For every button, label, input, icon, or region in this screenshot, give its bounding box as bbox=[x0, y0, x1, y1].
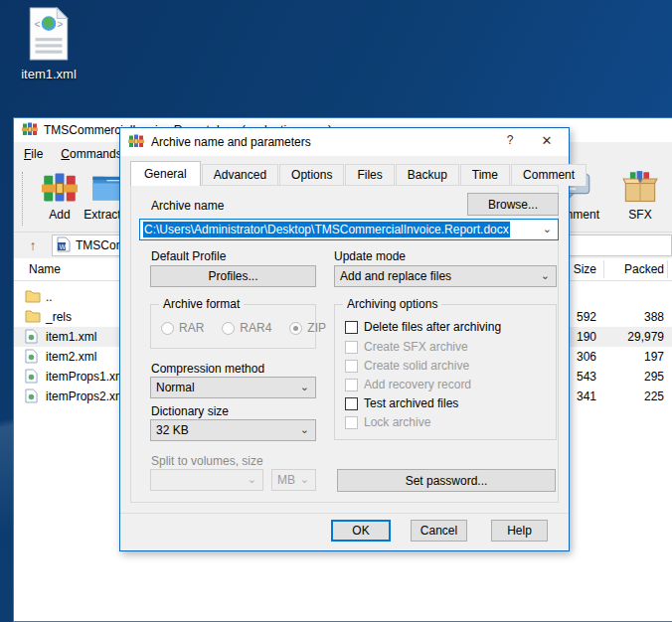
chevron-down-icon: ⌄ bbox=[300, 381, 309, 393]
menu-file[interactable]: File bbox=[24, 147, 43, 161]
winrar-dialog-icon bbox=[128, 133, 144, 152]
dialog-title: Archive name and parameters bbox=[151, 135, 311, 149]
xml-file-icon bbox=[25, 389, 38, 406]
checkbox-test-archived[interactable]: Test archived files bbox=[345, 394, 458, 412]
tab-advanced[interactable]: Advanced bbox=[202, 164, 278, 186]
tab-options[interactable]: Options bbox=[279, 164, 344, 186]
checkbox-add-recovery: Add recovery record bbox=[345, 376, 471, 393]
checkbox-icon bbox=[345, 416, 358, 429]
toolbar-grip bbox=[22, 172, 23, 226]
winrar-app-icon bbox=[22, 121, 38, 140]
add-archive-icon bbox=[34, 170, 85, 206]
svg-text:>: > bbox=[57, 19, 63, 30]
xml-file-icon: < > bbox=[24, 51, 74, 65]
svg-text:<: < bbox=[34, 19, 40, 30]
checkbox-lock-archive: Lock archive bbox=[345, 413, 430, 431]
checkbox-create-solid: Create solid archive bbox=[345, 357, 469, 375]
set-password-button[interactable]: Set password... bbox=[337, 469, 556, 492]
radio-zip[interactable]: ZIP bbox=[289, 321, 326, 335]
compression-method-select[interactable]: Normal ⌄ bbox=[150, 377, 316, 398]
column-divider[interactable] bbox=[603, 260, 604, 278]
xml-file-icon bbox=[25, 349, 38, 367]
checkbox-delete-files[interactable]: Delete files after archiving bbox=[345, 318, 501, 336]
menu-commands[interactable]: Commands bbox=[61, 147, 121, 161]
chevron-down-icon: ⌄ bbox=[541, 269, 550, 282]
archive-name-label: Archive name bbox=[151, 199, 224, 213]
dictionary-size-select[interactable]: 32 KB ⌄ bbox=[150, 419, 316, 441]
radio-icon bbox=[289, 322, 302, 335]
tab-general-panel: Archive name Browse... C:\Users\Administ… bbox=[130, 185, 559, 503]
split-volumes-label: Split to volumes, size bbox=[151, 454, 263, 468]
folder-icon bbox=[25, 309, 41, 326]
split-volumes-select: ⌄ bbox=[150, 469, 263, 491]
column-header-name[interactable]: Name bbox=[29, 262, 61, 276]
dialog-titlebar[interactable]: Archive name and parameters ? ✕ bbox=[120, 128, 569, 156]
archive-format-group: Archive format RAR RAR4 ZIP bbox=[150, 304, 316, 349]
checkbox-icon bbox=[345, 379, 358, 391]
dialog-footer-separator bbox=[120, 513, 569, 514]
checkbox-create-sfx: Create SFX archive bbox=[345, 338, 468, 356]
chevron-down-icon[interactable]: ⌄ bbox=[543, 223, 552, 235]
dialog-help-icon[interactable]: ? bbox=[499, 133, 521, 151]
chevron-down-icon: ⌄ bbox=[300, 423, 309, 436]
radio-icon bbox=[161, 322, 174, 335]
column-header-packed[interactable]: Packed bbox=[624, 262, 664, 276]
update-mode-select[interactable]: Add and replace files ⌄ bbox=[334, 265, 557, 287]
browse-button[interactable]: Browse... bbox=[467, 193, 559, 216]
close-icon[interactable]: ✕ bbox=[535, 133, 559, 151]
tab-files[interactable]: Files bbox=[345, 164, 394, 186]
archive-dialog: Archive name and parameters ? ✕ General … bbox=[119, 127, 570, 551]
default-profile-label: Default Profile bbox=[151, 249, 226, 263]
update-mode-label: Update mode bbox=[334, 249, 406, 263]
desktop-icon-item1[interactable]: < > item1.xml bbox=[10, 6, 87, 81]
archiving-options-label: Archiving options bbox=[343, 297, 441, 311]
dictionary-size-label: Dictionary size bbox=[151, 404, 229, 418]
column-divider[interactable] bbox=[667, 260, 668, 278]
checkbox-icon bbox=[345, 341, 358, 354]
archiving-options-group: Archiving options Delete files after arc… bbox=[334, 304, 557, 440]
chevron-down-icon: ⌄ bbox=[248, 473, 256, 486]
archive-name-input[interactable]: C:\Users\Administrator\Desktop\TMSCommer… bbox=[139, 219, 559, 240]
desktop: < > item1.xml TMSCommercialInvoice.Repor… bbox=[0, 0, 672, 622]
compression-method-label: Compression method bbox=[151, 362, 264, 376]
tab-backup[interactable]: Backup bbox=[396, 164, 459, 186]
cancel-button[interactable]: Cancel bbox=[411, 520, 467, 542]
radio-icon bbox=[222, 322, 235, 335]
profiles-button[interactable]: Profiles... bbox=[150, 265, 316, 287]
docx-file-icon: W bbox=[57, 236, 71, 255]
desktop-icon-label: item1.xml bbox=[10, 67, 87, 81]
radio-rar[interactable]: RAR bbox=[161, 321, 204, 335]
toolbar-sfx-button[interactable]: SFX bbox=[616, 170, 664, 222]
chevron-down-icon: ⌄ bbox=[300, 473, 309, 486]
archive-name-value: C:\Users\Administrator\Desktop\TMSCommer… bbox=[143, 222, 510, 237]
toolbar-add-button[interactable]: Add bbox=[34, 170, 85, 222]
checkbox-icon[interactable] bbox=[345, 397, 358, 410]
up-one-level-button[interactable]: ↑ bbox=[20, 234, 46, 256]
tab-comment[interactable]: Comment bbox=[511, 164, 587, 186]
radio-rar4[interactable]: RAR4 bbox=[222, 321, 271, 335]
dialog-tabs: General Advanced Options Files Backup Ti… bbox=[130, 162, 559, 186]
xml-file-icon bbox=[25, 369, 38, 387]
tab-time[interactable]: Time bbox=[460, 164, 510, 186]
archive-format-label: Archive format bbox=[159, 297, 244, 311]
sfx-box-icon bbox=[616, 170, 664, 206]
ok-button[interactable]: OK bbox=[331, 520, 391, 542]
checkbox-icon bbox=[345, 360, 358, 373]
tab-general[interactable]: General bbox=[130, 161, 201, 186]
xml-file-icon bbox=[25, 329, 38, 347]
help-button[interactable]: Help bbox=[491, 520, 548, 542]
split-unit-select: MB ⌄ bbox=[271, 469, 316, 491]
column-header-size[interactable]: Size bbox=[574, 262, 596, 276]
svg-text:W: W bbox=[60, 242, 67, 249]
folder-icon bbox=[25, 289, 41, 306]
checkbox-icon[interactable] bbox=[345, 321, 358, 334]
